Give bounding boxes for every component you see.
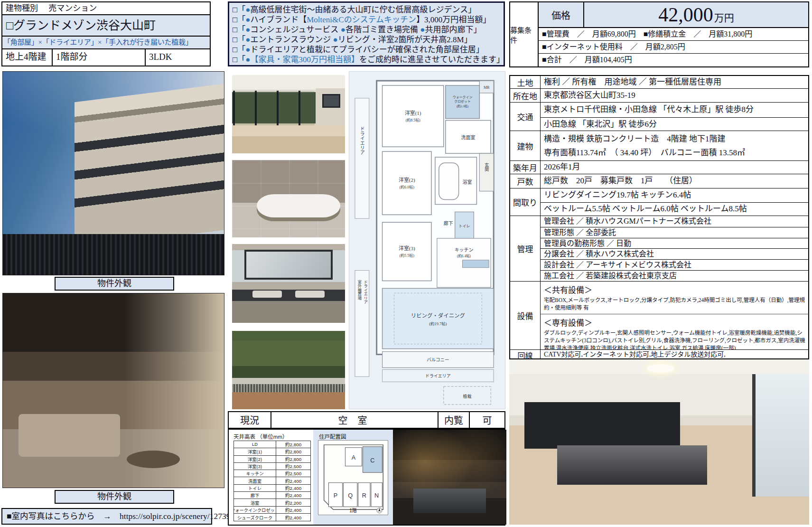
row-label: 土地 [510, 76, 541, 88]
feature-text: □「 [233, 45, 245, 54]
row-label: 交通 [510, 103, 541, 131]
feature-text: エントランスラウンジ [251, 35, 333, 44]
table-row: LD約2,800 [234, 441, 310, 448]
room-label-wic-2: クロゼット [454, 99, 471, 104]
price-amount: 42,000 [658, 2, 713, 27]
cell-value: 約2,400 [276, 492, 310, 499]
unit-map-panel: 住戸配置図 A C P Q R N 1階 [313, 430, 393, 525]
unit-map-box: A C P Q R N 1階 [318, 440, 388, 515]
room-size-kitchen: (約6.4帖) [457, 254, 471, 258]
row-label: 戸数 [510, 174, 541, 188]
room-label-bath: 浴室 [463, 179, 472, 185]
row-units: 戸数 総戸数 20戸 募集戸数 1戸 （住居） [510, 174, 808, 188]
bullet-icon: ● [420, 25, 425, 34]
land-value: 権利 ／ 所有権 用途地域 ／ 第一種低層居住専用 [541, 76, 808, 88]
management-line-4: 分譲会社 ／ 積水ハウス株式会社 [541, 248, 808, 259]
dry-area-strip [355, 98, 369, 218]
bullet-icon: ● [245, 5, 250, 14]
private-equipment-heading: ＜専有設備＞ [541, 314, 808, 329]
property-header-table: 建物種別 売マンション □グランドメゾン渋谷大山町 「角部屋」×「ドライエリア」… [1, 1, 211, 66]
unit-label-r: R [362, 492, 366, 499]
unit-label-a: A [352, 454, 356, 461]
price-row: 価格 42,000 万円 [539, 2, 808, 28]
row-transport: 交通 東京メトロ千代田線・小田急線 「代々木上原」駅 徒歩8分 小田急線 「東北… [510, 103, 808, 131]
building-type-row: 建物種別 売マンション [2, 2, 210, 15]
row-lines: 回線 CATV対応可,インターネット対応可,地上デジタル放送対応可, [510, 350, 808, 360]
room-label-mb: MB [484, 85, 489, 90]
feature-text: □「 [233, 35, 245, 44]
room-label-entrance: 玄関 [484, 162, 489, 172]
building-type-value: 売マンション [48, 4, 97, 13]
building-line-1: 構造・規模 鉄筋コンクリート造 4階建 地下1階建 [541, 132, 808, 146]
room-label-bedroom1: 洋室(1) [405, 110, 421, 116]
cell-label: シューズクローク [234, 514, 276, 521]
feature-text: □「 [233, 25, 245, 34]
spec-row: 地上4階建 1階部分 3LDK [2, 49, 210, 66]
offer-conditions-block: 募集条件 価格 42,000 万円 ■管理費 ／ 月額69,800円 ■修繕積立… [509, 1, 809, 67]
basin-shape [252, 291, 282, 298]
bullet-icon: ● [245, 25, 250, 34]
room-label-washroom: 洗面室 [461, 134, 476, 140]
current-state-label: 現況 [229, 412, 271, 428]
feature-line-3: □「●コンシェルジュサービス ●各階ゴミ置き場完備 ●共用部内廊下」 [233, 25, 500, 35]
basin-shape [295, 291, 325, 298]
price-label: 価格 [539, 2, 584, 27]
photo-kitchen-dark [393, 430, 506, 525]
room-label-hall: 廊下 [444, 220, 453, 226]
fee-line-2: ■インターネット使用料 ／ 月額2,805円 [539, 41, 808, 54]
caption-exterior-2: 物件外観 [55, 490, 174, 504]
row-layout: 間取り リビングダイニング19.7帖 キッチン6.4帖 ベットルーム5.5帖 ベ… [510, 188, 808, 216]
table-row: 洋室(2)約2,800 [234, 456, 310, 463]
cell-value: 約2,800 [276, 448, 310, 455]
unit-map-drawing: A C P Q R N [318, 441, 388, 515]
management-line-1: 管理会社 ／ 積水ハウスGMパートナーズ株式会社 [541, 216, 808, 227]
feature-text: □「 [233, 5, 245, 14]
row-equipment: 設備 ＜共有設備＞ 宅配BOX,メールボックス,オートロック,分譲タイプ,防犯カ… [510, 282, 808, 350]
feature-text: ドライエリアと植栽にてプライバシーが確保された角部屋住居」 [251, 45, 484, 54]
table-row: 洋室(3)約2,500 [234, 463, 310, 470]
building-line-2: 専有面積113.74㎡ （ 34.40 坪） バルコニー面積 13.58㎡ [541, 146, 808, 160]
feature-text: 高級低層住宅街～由緒ある大山町に佇む低層高級レジデンス」 [251, 5, 476, 14]
bottom-info-box: 天井高表 （単位mm） LD約2,800 洋室(1)約2,800 洋室(2)約2… [228, 429, 505, 526]
status-bar: 現況 空 室 内覧 可 [228, 411, 505, 429]
feature-text: 共用部内廊下」 [425, 25, 481, 34]
viewing-label: 内覧 [438, 412, 469, 428]
fence-shape [3, 234, 224, 275]
room-label-planting: 植栽 [463, 394, 472, 399]
ceiling-light-shape [647, 364, 674, 372]
photo-living-room [232, 75, 345, 153]
viewing-value: 可 [469, 412, 504, 428]
row-label: 管理 [510, 216, 541, 281]
window-shape [752, 374, 809, 497]
cell-value: 約2,800 [276, 456, 310, 462]
mirror-shape [244, 250, 333, 280]
room-label-dry-area-bottom: ドライエリア [425, 374, 451, 378]
unit-label-n: N [374, 492, 379, 499]
feature-line-6: □「●【家具・家電300万円相当額】をご成約時に進呈させていただきます」 [233, 55, 500, 65]
photo-kitchen-large [509, 359, 809, 525]
drain-grate-shape [232, 384, 345, 392]
address-value: 東京都渋谷区大山町35-19 [541, 89, 808, 102]
current-state-value: 空 室 [271, 412, 438, 428]
row-label: 間取り [510, 188, 541, 216]
floor-plan: N ドライエリア 室外機置場 ドライエリア MB 洋室(1) (約8.5帖) ウ… [349, 71, 505, 409]
transport-line-1: 東京メトロ千代田線・小田急線 「代々木上原」駅 徒歩8分 [541, 103, 808, 117]
feature-line-2: □「●ハイブランド【Molteni&Cのシステムキッチン】3,000万円相当額」 [233, 15, 500, 25]
feature-text: 各階ゴミ置き場完備 [345, 25, 420, 34]
management-line-6: 施工会社 ／ 若築建設株式会社東京支店 [541, 270, 808, 281]
kitchen-counter [463, 260, 489, 268]
row-label: 設備 [510, 282, 541, 349]
floor-part-value: 1階部分 [53, 49, 146, 66]
row-label: 回線 [510, 350, 541, 360]
kitchen-island-shape [557, 445, 707, 485]
floors-value: 地上4階建 [2, 49, 53, 66]
cell-value: 約2,500 [276, 470, 310, 477]
cell-label: 洋室(3) [234, 463, 276, 470]
sofa-shape [19, 414, 120, 457]
interior-photos-url[interactable]: https://solpir.co.jp/scenery/12739/ [120, 511, 233, 521]
feature-text: リビング・洋室2箇所が天井高2.8M」 [338, 35, 472, 44]
room-size-living-dining: (約19.7帖) [429, 321, 447, 326]
bullet-icon: ● [245, 45, 250, 54]
feature-text: □「 [233, 15, 245, 24]
table-row: 廊下約2,400 [234, 492, 310, 499]
